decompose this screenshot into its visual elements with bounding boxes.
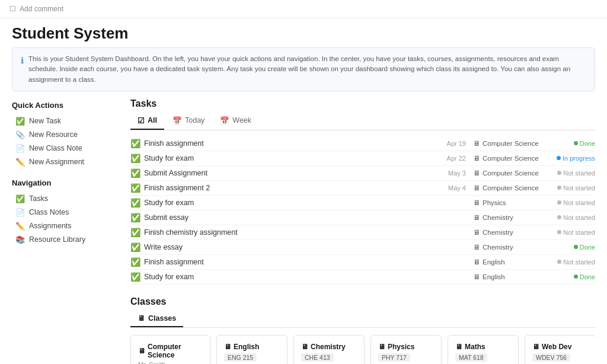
class-notes-label: Class Notes xyxy=(29,208,69,216)
assignments-icon: ✏️ xyxy=(15,222,25,231)
task-check-icon: ✅ xyxy=(130,242,140,252)
tab-week[interactable]: 📅 Week xyxy=(213,114,258,130)
status-dot xyxy=(557,186,561,190)
sidebar: Quick Actions ✅ New Task 📎 New Resource … xyxy=(12,98,119,364)
task-row[interactable]: ✅ Write essay 🖥Chemistry Done xyxy=(130,240,595,255)
task-class-icon: 🖥 xyxy=(473,258,480,266)
task-row[interactable]: ✅ Study for exam 🖥Physics Not started xyxy=(130,196,595,210)
class-card-icon: 🖥 xyxy=(378,343,385,351)
banner-text: This is your Student System Dashboard. O… xyxy=(28,54,586,85)
task-class: 🖥Computer Science xyxy=(473,155,544,162)
task-check-icon: ✅ xyxy=(130,198,140,207)
add-comment-label[interactable]: Add comment xyxy=(20,5,63,13)
task-class: 🖥Chemistry xyxy=(473,229,544,236)
task-check-icon: ✅ xyxy=(130,272,140,282)
task-class: 🖥Computer Science xyxy=(473,170,544,177)
status-dot xyxy=(557,171,561,175)
class-card[interactable]: 🖥 Chemistry CHE 413 33.3% xyxy=(293,335,365,364)
task-class: 🖥Physics xyxy=(473,199,544,206)
tab-today[interactable]: 📅 Today xyxy=(165,114,212,130)
new-class-note-label: New Class Note xyxy=(29,144,82,152)
task-name: Finish chemistry assignment xyxy=(144,228,469,237)
task-date: May 3 xyxy=(448,170,466,177)
classes-tab-label: Classes xyxy=(148,314,176,323)
task-row[interactable]: ✅ Study for exam Apr 22 🖥Computer Scienc… xyxy=(130,151,595,166)
task-check-icon: ✅ xyxy=(130,139,140,148)
status-dot xyxy=(557,260,561,264)
task-row[interactable]: ✅ Finish assignment Apr 19 🖥Computer Sci… xyxy=(130,136,595,151)
status-dot xyxy=(557,200,561,205)
task-name: Submit essay xyxy=(144,213,469,222)
task-check-icon: ✅ xyxy=(130,168,140,178)
new-class-note-icon: 📄 xyxy=(15,144,25,153)
page-header: Student System xyxy=(0,18,607,47)
task-row[interactable]: ✅ Finish chemistry assignment 🖥Chemistry… xyxy=(130,225,595,240)
task-class-icon: 🖥 xyxy=(473,170,480,177)
task-status: In progress xyxy=(548,155,595,162)
info-icon: ℹ xyxy=(21,55,24,67)
task-row[interactable]: ✅ Submit essay 🖥Chemistry Not started xyxy=(130,210,595,225)
new-resource-icon: 📎 xyxy=(15,130,25,139)
task-status: Not started xyxy=(548,229,595,236)
task-class-icon: 🖥 xyxy=(473,140,480,147)
status-dot xyxy=(574,274,578,279)
sidebar-item-new-resource[interactable]: 📎 New Resource xyxy=(12,128,119,142)
tab-today-label: Today xyxy=(185,116,205,124)
main-layout: Quick Actions ✅ New Task 📎 New Resource … xyxy=(0,98,607,364)
task-class: 🖥Computer Science xyxy=(473,140,544,147)
task-row[interactable]: ✅ Finish assignment 2 May 4 🖥Computer Sc… xyxy=(130,181,595,196)
status-dot xyxy=(557,215,561,219)
tab-week-label: Week xyxy=(232,116,251,124)
status-dot xyxy=(574,141,578,145)
classes-tab-icon: 🖥 xyxy=(138,314,145,323)
task-date: Apr 22 xyxy=(447,155,466,162)
status-dot xyxy=(574,245,578,249)
class-cards: 🖥 Computer Science Mr. Smith CS 404 25% … xyxy=(130,335,595,364)
sidebar-item-new-assignment[interactable]: ✏️ New Assignment xyxy=(12,155,119,169)
sidebar-item-resource-library[interactable]: 📚 Resource Library xyxy=(12,233,119,247)
sidebar-item-new-class-note[interactable]: 📄 New Class Note xyxy=(12,142,119,155)
class-card[interactable]: 🖥 Maths MAT 618 0% xyxy=(448,335,519,364)
class-card-title: 🖥 Physics xyxy=(378,343,434,351)
class-card[interactable]: 🖥 Computer Science Mr. Smith CS 404 25% xyxy=(130,335,210,364)
class-card[interactable]: 🖥 Physics PHY 717 0% xyxy=(370,335,442,364)
tab-all[interactable]: ☑ All xyxy=(130,114,164,130)
task-name: Study for exam xyxy=(144,154,443,162)
class-notes-icon: 📄 xyxy=(15,208,25,217)
add-comment-icon: ☐ xyxy=(9,5,16,13)
class-card[interactable]: 🖥 Web Dev WDEV 756 0% xyxy=(525,335,595,364)
new-resource-label: New Resource xyxy=(29,130,78,139)
resource-library-label: Resource Library xyxy=(29,235,85,244)
tasks-label: Tasks xyxy=(29,194,48,203)
tab-today-icon: 📅 xyxy=(172,116,182,125)
task-row[interactable]: ✅ Finish assignment 🖥English Not started xyxy=(130,255,595,270)
class-card-teacher: Mr. Smith xyxy=(138,361,203,364)
class-card[interactable]: 🖥 English ENG 215 50% xyxy=(216,335,287,364)
class-card-icon: 🖥 xyxy=(224,343,231,351)
info-banner: ℹ This is your Student System Dashboard.… xyxy=(12,47,595,91)
class-card-title: 🖥 Chemistry xyxy=(301,343,357,351)
class-card-code: WDEV 756 xyxy=(532,353,570,362)
task-class: 🖥English xyxy=(473,258,544,266)
task-name: Write essay xyxy=(144,243,469,251)
status-dot xyxy=(557,230,561,234)
sidebar-item-assignments[interactable]: ✏️ Assignments xyxy=(12,219,119,233)
class-card-code: ENG 215 xyxy=(224,353,257,362)
assignments-label: Assignments xyxy=(29,222,72,230)
classes-tab-classes[interactable]: 🖥 Classes xyxy=(130,312,183,327)
tasks-tabs: ☑ All 📅 Today 📅 Week xyxy=(130,114,595,130)
tasks-list: ✅ Finish assignment Apr 19 🖥Computer Sci… xyxy=(130,136,595,285)
task-status: Not started xyxy=(548,170,595,177)
task-class-icon: 🖥 xyxy=(473,184,480,191)
tab-all-label: All xyxy=(148,116,157,124)
sidebar-item-tasks[interactable]: ✅ Tasks xyxy=(12,192,119,206)
navigation-title: Navigation xyxy=(12,178,119,187)
status-dot xyxy=(557,156,561,160)
task-class: 🖥Chemistry xyxy=(473,244,544,251)
task-status: Done xyxy=(548,273,595,280)
sidebar-item-new-task[interactable]: ✅ New Task xyxy=(12,114,119,128)
sidebar-item-class-notes[interactable]: 📄 Class Notes xyxy=(12,206,119,219)
class-card-icon: 🖥 xyxy=(301,343,308,351)
task-row[interactable]: ✅ Submit Assignment May 3 🖥Computer Scie… xyxy=(130,166,595,181)
task-row[interactable]: ✅ Study for exam 🖥English Done xyxy=(130,270,595,285)
